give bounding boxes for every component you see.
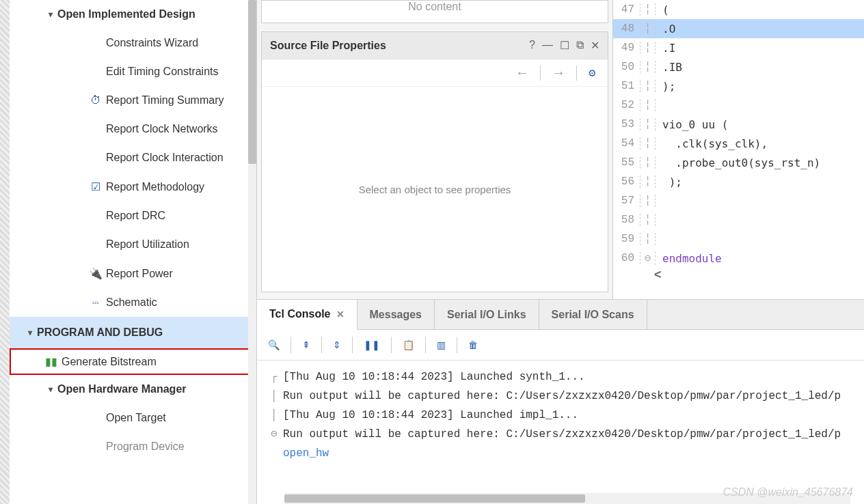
line-number: 50: [613, 61, 640, 73]
program-device[interactable]: Program Device: [10, 432, 256, 461]
gutter: ¦: [640, 137, 656, 150]
bitstream-icon: ▮▮: [44, 355, 59, 368]
generate-bitstream[interactable]: ▮▮ Generate Bitstream: [10, 348, 256, 375]
tree-label: Program Device: [106, 440, 249, 453]
line-number: 59: [613, 233, 640, 245]
schematic-icon: ⎓: [88, 296, 103, 309]
scrollbar-thumb[interactable]: [284, 494, 585, 503]
chevron-down-icon: ▾: [23, 328, 37, 337]
code-text: .I: [656, 42, 864, 55]
code-line[interactable]: 58¦: [613, 210, 864, 229]
code-text: .O: [656, 23, 864, 36]
gutter: ¦: [640, 42, 656, 54]
line-number: 56: [613, 176, 640, 188]
code-line[interactable]: 47¦(: [613, 0, 864, 19]
schematic[interactable]: ⎓ Schematic: [10, 288, 256, 317]
tree-label: Open Hardware Manager: [57, 383, 249, 395]
pause-icon[interactable]: ❚❚: [364, 339, 380, 350]
fold-icon[interactable]: ⊖: [640, 251, 656, 265]
code-line[interactable]: 50¦.IB: [613, 57, 864, 76]
report-drc[interactable]: Report DRC: [10, 201, 256, 230]
console-line: [Thu Aug 10 10:18:44 2023] Launched synt…: [283, 371, 585, 383]
code-text: .IB: [656, 61, 864, 74]
tab-serial-io-scans[interactable]: Serial I/O Scans: [539, 300, 647, 329]
forward-arrow-icon[interactable]: →: [552, 65, 565, 81]
line-number: 60: [613, 252, 640, 264]
open-target[interactable]: Open Target: [10, 404, 256, 432]
tree-label: Open Implemented Design: [57, 8, 249, 20]
code-line[interactable]: 60⊖endmodule: [613, 249, 864, 268]
no-content-panel: No content: [261, 0, 608, 23]
report-clock-networks[interactable]: Report Clock Networks: [10, 115, 256, 143]
tab-serial-io-links[interactable]: Serial I/O Links: [435, 300, 539, 329]
tree-label: Edit Timing Constraints: [106, 66, 249, 78]
gutter: ¦: [640, 80, 656, 92]
code-text: .clk(sys_clk),: [656, 137, 864, 150]
scrollbar-thumb[interactable]: [248, 0, 256, 164]
open-implemented-design[interactable]: ▾ Open Implemented Design: [10, 0, 256, 29]
line-number: 55: [613, 156, 640, 169]
columns-icon[interactable]: ▥: [437, 339, 446, 350]
collapse-marker-icon[interactable]: ⊖: [271, 425, 278, 444]
program-and-debug-section[interactable]: ▾ PROGRAM AND DEBUG: [10, 317, 256, 348]
report-clock-interaction[interactable]: Report Clock Interaction: [10, 143, 256, 172]
code-scroll-left-icon[interactable]: <: [613, 268, 864, 282]
back-arrow-icon[interactable]: ←: [515, 65, 529, 81]
code-line[interactable]: 52¦: [613, 96, 864, 115]
sidebar-scrollbar[interactable]: [248, 0, 256, 504]
constraints-wizard[interactable]: Constraints Wizard: [10, 29, 256, 57]
trash-icon[interactable]: 🗑: [468, 339, 478, 350]
gear-icon[interactable]: ⚙: [588, 68, 597, 79]
copy-icon[interactable]: 📋: [403, 339, 414, 350]
code-line[interactable]: 57¦: [613, 191, 864, 210]
code-line[interactable]: 59¦: [613, 229, 864, 249]
maximize-icon[interactable]: ☐: [560, 39, 569, 52]
tab-label: Serial I/O Scans: [552, 309, 634, 321]
open-hardware-manager[interactable]: ▾ Open Hardware Manager: [10, 375, 256, 404]
no-content-label: No content: [408, 1, 461, 12]
gutter: ¦: [640, 214, 656, 226]
code-line[interactable]: 49¦.I: [613, 38, 864, 57]
tab-close-icon[interactable]: ✕: [336, 309, 345, 320]
line-number: 54: [613, 137, 640, 150]
tree-label: Report Clock Interaction: [106, 152, 249, 164]
edit-timing-constraints[interactable]: Edit Timing Constraints: [10, 57, 256, 86]
report-utilization[interactable]: Report Utilization: [10, 230, 256, 259]
popout-icon[interactable]: ⧉: [576, 39, 584, 52]
gutter: ¦: [640, 156, 656, 169]
console-output[interactable]: ┌[Thu Aug 10 10:18:44 2023] Launched syn…: [257, 361, 864, 504]
line-number: 47: [613, 3, 640, 16]
report-timing-summary[interactable]: ⏱ Report Timing Summary: [10, 86, 256, 115]
search-icon[interactable]: 🔍: [268, 339, 280, 350]
tree-label: Constraints Wizard: [106, 37, 249, 49]
code-line[interactable]: 55¦ .probe_out0(sys_rst_n): [613, 153, 864, 172]
code-line[interactable]: 48¦.O: [613, 19, 864, 38]
props-placeholder: Select an object to see properties: [359, 184, 511, 195]
help-icon[interactable]: ?: [529, 39, 535, 52]
collapse-all-icon[interactable]: ⇞: [302, 339, 310, 350]
code-line[interactable]: 53¦vio_0 uu (: [613, 115, 864, 134]
code-line[interactable]: 56¦ );: [613, 172, 864, 191]
tree-label: Open Target: [106, 412, 249, 424]
report-power[interactable]: 🔌 Report Power: [10, 259, 256, 288]
divider: [576, 66, 577, 81]
expand-all-icon[interactable]: ⇕: [333, 339, 341, 350]
close-icon[interactable]: ✕: [591, 39, 599, 52]
clock-icon: ⏱: [88, 94, 103, 107]
tab-messages[interactable]: Messages: [357, 300, 435, 329]
tab-tcl-console[interactable]: Tcl Console ✕: [257, 300, 357, 330]
line-number: 49: [613, 42, 640, 54]
code-line[interactable]: 54¦ .clk(sys_clk),: [613, 134, 864, 153]
section-label: PROGRAM AND DEBUG: [37, 326, 249, 339]
minimize-icon[interactable]: —: [542, 39, 553, 52]
code-text: .probe_out0(sys_rst_n): [656, 156, 864, 169]
report-methodology[interactable]: ☑ Report Methodology: [10, 172, 256, 201]
console-h-scrollbar[interactable]: [284, 493, 850, 504]
checklist-icon: ☑: [88, 180, 103, 193]
code-line[interactable]: 51¦);: [613, 76, 864, 96]
tab-label: Messages: [370, 309, 422, 321]
code-editor[interactable]: 47¦(48¦.O49¦.I50¦.IB51¦);52¦53¦vio_0 uu …: [612, 0, 864, 299]
console-command-link[interactable]: open_hw: [283, 447, 329, 460]
tree-label: Report Methodology: [106, 181, 249, 193]
divider: [391, 337, 392, 353]
